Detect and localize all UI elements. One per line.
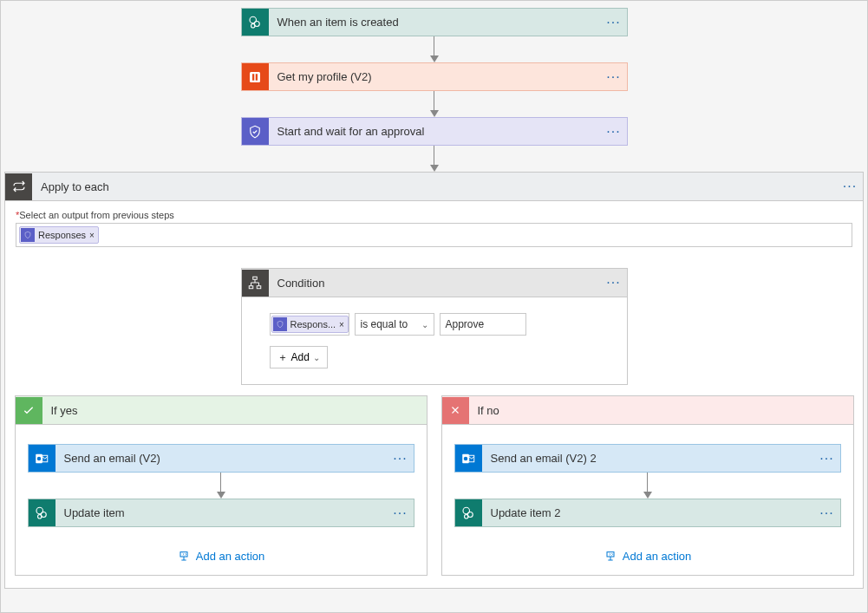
if-no-header[interactable]: If no xyxy=(442,396,853,425)
send-email-step[interactable]: Send an email (V2) ··· xyxy=(28,444,414,473)
x-icon xyxy=(442,397,469,424)
chevron-down-icon: ⌄ xyxy=(421,320,428,329)
condition-menu[interactable]: ··· xyxy=(601,275,627,290)
svg-rect-3 xyxy=(250,72,260,82)
add-action-icon xyxy=(604,551,617,563)
svg-point-10 xyxy=(37,456,42,460)
svg-point-2 xyxy=(251,23,256,28)
outlook-icon xyxy=(455,445,482,472)
svg-point-14 xyxy=(38,514,42,518)
if-no-title: If no xyxy=(469,404,853,417)
trigger-step[interactable]: When an item is created ··· xyxy=(241,8,628,36)
if-no-branch: If no Send an email (V2) 2 ··· xyxy=(441,395,854,576)
loop-icon xyxy=(5,173,32,200)
sharepoint-icon xyxy=(242,9,269,36)
condition-title: Condition xyxy=(269,277,601,290)
svg-rect-7 xyxy=(249,286,253,289)
update-item-2-label: Update item 2 xyxy=(482,506,814,519)
apply-title: Apply to each xyxy=(32,180,837,193)
office-icon xyxy=(242,63,269,90)
svg-point-17 xyxy=(464,456,468,460)
add-action-icon xyxy=(177,551,191,563)
arrow-icon xyxy=(430,146,439,172)
svg-rect-8 xyxy=(257,286,261,289)
condition-left-input[interactable]: Respons... × xyxy=(270,313,349,336)
sharepoint-icon xyxy=(29,499,55,526)
send-email-label: Send an email (V2) xyxy=(55,452,388,465)
svg-rect-6 xyxy=(253,277,258,279)
remove-token-icon[interactable]: × xyxy=(89,231,95,240)
check-icon xyxy=(16,397,42,424)
condition-card: Condition ··· Respons... × is xyxy=(241,268,628,385)
update-item-2-step[interactable]: Update item 2 ··· xyxy=(454,499,841,527)
svg-point-21 xyxy=(465,514,469,518)
profile-step[interactable]: Get my profile (V2) ··· xyxy=(241,62,628,91)
if-yes-title: If yes xyxy=(42,404,427,417)
condition-operator-select[interactable]: is equal to ⌄ xyxy=(355,313,434,336)
arrow-icon xyxy=(643,473,652,499)
condition-icon xyxy=(242,270,269,297)
add-condition-button[interactable]: ＋ Add ⌄ xyxy=(270,346,328,368)
if-yes-branch: If yes Send an email (V2) ··· xyxy=(15,395,427,576)
condition-branches: If yes Send an email (V2) ··· xyxy=(16,395,852,576)
approval-icon xyxy=(273,317,287,331)
arrow-icon xyxy=(430,36,439,62)
approval-label: Start and wait for an approval xyxy=(269,125,601,138)
update-item-label: Update item xyxy=(55,506,388,519)
flow-canvas: When an item is created ··· Get my profi… xyxy=(1,1,867,597)
arrow-icon xyxy=(430,91,439,117)
plus-icon: ＋ xyxy=(277,350,288,365)
profile-label: Get my profile (V2) xyxy=(269,70,601,83)
update-item-2-menu[interactable]: ··· xyxy=(814,505,840,521)
if-yes-header[interactable]: If yes xyxy=(16,396,427,425)
svg-rect-4 xyxy=(252,74,254,81)
add-action-button[interactable]: Add an action xyxy=(177,550,265,563)
approval-step[interactable]: Start and wait for an approval ··· xyxy=(241,117,628,146)
approval-icon xyxy=(21,228,35,242)
profile-menu[interactable]: ··· xyxy=(601,69,627,85)
send-email-2-label: Send an email (V2) 2 xyxy=(482,452,814,465)
condition-header[interactable]: Condition ··· xyxy=(242,269,627,297)
svg-rect-5 xyxy=(256,74,258,81)
send-email-menu[interactable]: ··· xyxy=(388,451,414,466)
apply-to-each-container: Apply to each ··· *Select an output from… xyxy=(4,172,864,589)
response-token[interactable]: Respons... × xyxy=(271,316,349,333)
sharepoint-icon xyxy=(455,499,482,526)
approval-icon xyxy=(242,118,269,145)
output-field-label: *Select an output from previous steps xyxy=(16,210,852,220)
update-item-step[interactable]: Update item ··· xyxy=(28,499,414,527)
apply-to-each-header[interactable]: Apply to each ··· xyxy=(5,173,863,201)
outlook-icon xyxy=(29,445,55,472)
update-item-menu[interactable]: ··· xyxy=(388,505,414,521)
approval-menu[interactable]: ··· xyxy=(601,124,627,140)
output-token-input[interactable]: Responses × xyxy=(16,223,852,247)
responses-token[interactable]: Responses × xyxy=(19,226,99,244)
condition-right-input[interactable]: Approve xyxy=(440,313,526,336)
add-action-button[interactable]: Add an action xyxy=(604,550,692,563)
trigger-label: When an item is created xyxy=(269,16,601,29)
trigger-menu[interactable]: ··· xyxy=(601,15,627,30)
apply-menu[interactable]: ··· xyxy=(837,179,863,194)
remove-token-icon[interactable]: × xyxy=(339,320,344,329)
chevron-down-icon: ⌄ xyxy=(313,353,320,362)
arrow-icon xyxy=(217,473,225,499)
send-email-2-menu[interactable]: ··· xyxy=(814,451,840,466)
send-email-2-step[interactable]: Send an email (V2) 2 ··· xyxy=(454,444,841,473)
